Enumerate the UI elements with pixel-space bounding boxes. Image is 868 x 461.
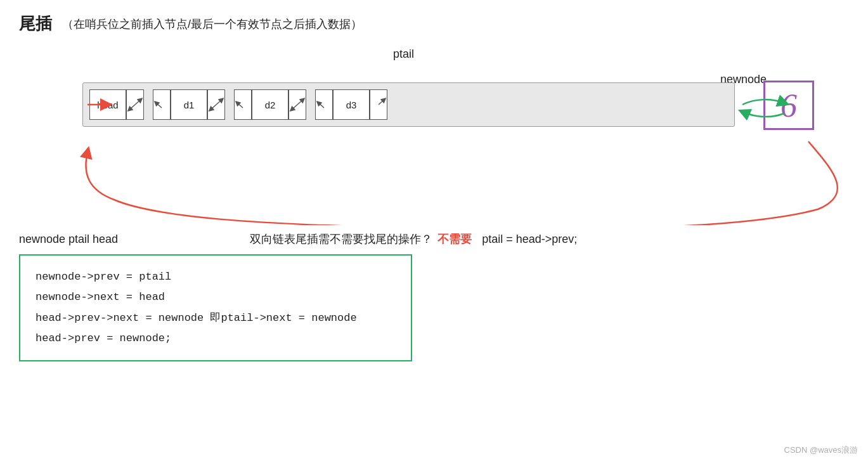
code-line2: newnode->next = head bbox=[36, 287, 396, 308]
node-d1-data: d1 bbox=[171, 89, 207, 120]
newnode-value: 6 bbox=[781, 87, 797, 124]
ptail-label: ptail bbox=[393, 48, 414, 61]
svg-line-9 bbox=[379, 100, 384, 105]
page-subtitle: （在哨兵位之前插入节点/最后一个有效节点之后插入数据） bbox=[62, 16, 362, 32]
node-d2-next bbox=[288, 89, 306, 120]
node-d3-data: d3 bbox=[333, 89, 370, 120]
svg-line-8 bbox=[318, 103, 324, 108]
node-head-next bbox=[126, 89, 144, 120]
info-question: 双向链表尾插需不需要找尾的操作？ bbox=[250, 231, 432, 247]
node-d2: d2 bbox=[234, 89, 306, 120]
svg-line-3 bbox=[216, 100, 222, 105]
node-d2-prev bbox=[234, 89, 252, 120]
node-d3: d3 bbox=[315, 89, 387, 120]
node-d1-prev bbox=[153, 89, 171, 120]
title-area: 尾插 （在哨兵位之前插入节点/最后一个有效节点之后插入数据） bbox=[19, 13, 849, 35]
info-vars: newnode ptail head bbox=[19, 233, 118, 246]
info-line: newnode ptail head 双向链表尾插需不需要找尾的操作？ 不需要 … bbox=[19, 231, 849, 247]
linked-list-container: head bbox=[82, 82, 735, 127]
node-head-data: head bbox=[89, 89, 126, 120]
newnode-box: 6 bbox=[763, 81, 814, 130]
svg-line-5 bbox=[237, 103, 243, 108]
svg-line-6 bbox=[297, 100, 303, 105]
svg-line-0 bbox=[135, 100, 141, 105]
node-d1: d1 bbox=[153, 89, 225, 120]
page-title: 尾插 bbox=[19, 13, 52, 35]
watermark: CSDN @waves浪游 bbox=[784, 445, 858, 456]
bottom-section: newnode ptail head 双向链表尾插需不需要找尾的操作？ 不需要 … bbox=[19, 231, 849, 361]
code-line1: newnode->prev = ptail bbox=[36, 267, 396, 287]
info-formula: ptail = head->prev; bbox=[482, 233, 577, 246]
node-head: head bbox=[89, 89, 144, 120]
node-d3-prev bbox=[315, 89, 333, 120]
node-d1-next bbox=[207, 89, 225, 120]
code-box: newnode->prev = ptail newnode->next = he… bbox=[19, 254, 412, 361]
node-d3-next bbox=[370, 89, 387, 120]
page-container: 尾插 （在哨兵位之前插入节点/最后一个有效节点之后插入数据） ptail new… bbox=[0, 0, 868, 461]
node-d2-data: d2 bbox=[252, 89, 288, 120]
code-line5: head->prev = newnode; bbox=[36, 328, 396, 349]
diagram-area: ptail newnode head bbox=[19, 48, 849, 225]
svg-line-7 bbox=[292, 105, 297, 110]
code-line4: head->prev->next = newnode 即ptail->next … bbox=[36, 308, 396, 328]
svg-line-1 bbox=[129, 105, 135, 110]
info-answer: 不需要 bbox=[437, 231, 472, 247]
svg-line-2 bbox=[156, 103, 162, 108]
svg-line-4 bbox=[211, 105, 216, 110]
